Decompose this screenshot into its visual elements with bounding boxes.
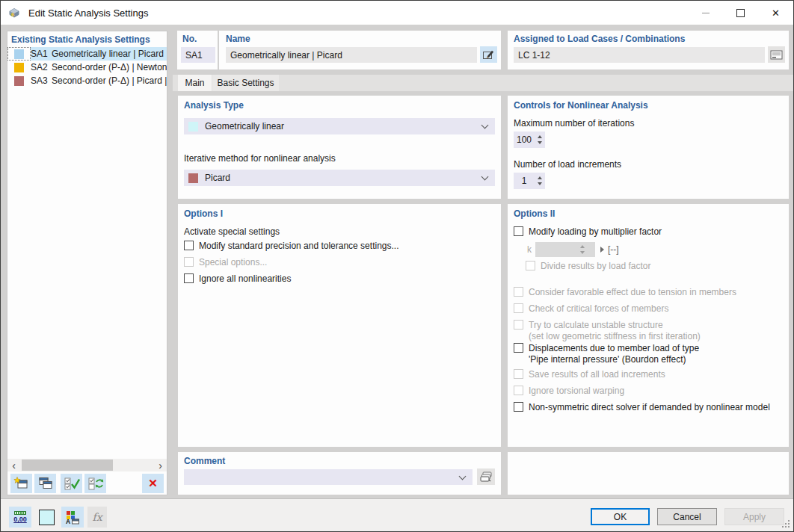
analysis-type-header: Analysis Type <box>184 100 244 111</box>
close-icon: ✕ <box>772 8 780 18</box>
spin-down-icon[interactable] <box>538 182 542 185</box>
close-button[interactable]: ✕ <box>758 1 793 25</box>
analysis-type-panel: Analysis Type Geometrically linear Itera… <box>178 96 501 199</box>
new-window-star-icon <box>13 477 29 490</box>
sa1-id: SA1 <box>31 49 52 59</box>
expand-arrow-icon[interactable] <box>600 247 604 253</box>
formula-button: fx <box>87 507 107 528</box>
select-load-cases-button[interactable] <box>768 46 785 63</box>
comment-manage-button[interactable] <box>477 468 495 485</box>
title-bar: 6 Edit Static Analysis Settings ✕ <box>1 1 793 25</box>
bourdon-effect-checkbox[interactable]: Displacements due to member load of type… <box>514 343 699 365</box>
spinner-arrows[interactable] <box>535 176 545 185</box>
checkbox-icon <box>514 369 523 379</box>
window-controls: ✕ <box>688 1 793 25</box>
checkbox-icon[interactable] <box>514 226 523 236</box>
tab-basic-label: Basic Settings <box>217 78 274 88</box>
options1-panel: Options I Activate special settings Modi… <box>178 204 501 447</box>
spinner-arrows <box>577 245 588 254</box>
checkbox-icon[interactable] <box>514 402 523 412</box>
sa2-row-body: SA2 Second-order (P-Δ) | Newton-R <box>31 61 167 74</box>
decimal-places-button[interactable]: 0,00 <box>9 507 31 528</box>
checkbox-icon[interactable] <box>184 241 194 250</box>
list-toolbar: ✕ <box>7 471 167 495</box>
checkbox-icon[interactable] <box>514 343 523 353</box>
comment-panel: Comment <box>178 452 501 495</box>
checkbox-icon[interactable] <box>184 273 194 283</box>
new-setting-button[interactable] <box>10 474 32 493</box>
tab-main[interactable]: Main <box>178 75 212 91</box>
assigned-input[interactable]: LC 1-12 <box>514 47 765 63</box>
ruler-icon <box>14 511 26 515</box>
check-all-icon <box>64 477 80 490</box>
ok-button[interactable]: OK <box>591 508 650 525</box>
delete-setting-button[interactable]: ✕ <box>142 474 164 493</box>
horizontal-scrollbar[interactable]: ‹ › <box>7 459 167 471</box>
checkbox-icon <box>514 287 523 297</box>
spin-up-icon[interactable] <box>538 135 542 138</box>
analysis-type-value: Geometrically linear <box>205 121 284 132</box>
max-iterations-spinner[interactable]: 100 <box>514 132 545 148</box>
activate-special-settings-label: Activate special settings <box>184 226 280 237</box>
name-label: Name <box>226 34 250 44</box>
ignore-nonlinearities-checkbox[interactable]: Ignore all nonlinearities <box>184 273 291 285</box>
chevron-down-icon <box>481 173 489 181</box>
spin-up-icon[interactable] <box>538 176 542 179</box>
scroll-right-icon[interactable]: › <box>154 459 167 471</box>
cancel-button[interactable]: Cancel <box>657 508 717 525</box>
multiplier-factor-checkbox[interactable]: Modify loading by multiplier factor <box>514 226 662 238</box>
spin-up-icon <box>580 245 585 248</box>
spin-down-icon[interactable] <box>538 141 542 144</box>
sa1-description: Geometrically linear | Picard <box>52 49 164 59</box>
ignore-warping-checkbox: Ignore torsional warping <box>514 386 624 397</box>
chevron-down-icon <box>459 473 467 480</box>
max-iterations-value: 100 <box>514 134 535 145</box>
k-unit-label: [--] <box>608 244 619 255</box>
load-increments-label: Number of load increments <box>514 159 621 170</box>
apply-label: Apply <box>743 512 766 522</box>
delete-icon: ✕ <box>148 477 158 489</box>
analysis-type-combobox[interactable]: Geometrically linear <box>184 118 495 134</box>
load-increments-spinner[interactable]: 1 <box>514 173 545 189</box>
nonsymmetric-solver-checkbox[interactable]: Non-symmetric direct solver if demanded … <box>514 402 770 413</box>
display-colors-button[interactable]: A <box>61 507 84 528</box>
scroll-left-icon[interactable]: ‹ <box>7 459 20 471</box>
load-cases-list-icon <box>770 50 783 60</box>
assigned-panel: Assigned to Load Cases / Combinations LC… <box>508 31 789 69</box>
minimize-button[interactable] <box>688 1 723 25</box>
spin-down-icon <box>580 251 585 254</box>
sa1-color-cell <box>7 47 31 61</box>
formula-fx-icon: fx <box>92 511 102 523</box>
copy-windows-icon <box>38 477 53 490</box>
item-color-button[interactable] <box>35 507 58 528</box>
scrollbar-thumb[interactable] <box>22 460 113 471</box>
edit-static-analysis-dialog: 6 Edit Static Analysis Settings ✕ Existi… <box>0 0 794 532</box>
svg-text:A: A <box>66 518 70 525</box>
comment-header: Comment <box>184 456 225 466</box>
maximize-button[interactable] <box>723 1 758 25</box>
cancel-label: Cancel <box>673 512 701 522</box>
modify-precision-checkbox[interactable]: Modify standard precision and tolerance … <box>184 241 398 252</box>
iterative-method-combobox[interactable]: Picard <box>184 170 495 186</box>
maximize-icon <box>736 9 745 17</box>
options2-header: Options II <box>514 208 555 219</box>
list-item-sa2[interactable]: SA2 Second-order (P-Δ) | Newton-R <box>7 61 167 74</box>
rename-button[interactable] <box>480 46 497 63</box>
chevron-down-icon <box>481 122 489 129</box>
copy-setting-button[interactable] <box>34 474 56 493</box>
list-item-sa3[interactable]: SA3 Second-order (P-Δ) | Picard | 10 <box>7 74 167 87</box>
checkbox-icon <box>526 261 535 270</box>
name-input[interactable]: Geometrically linear | Picard <box>226 47 477 63</box>
spinner-arrows[interactable] <box>535 135 545 144</box>
toggle-selection-button[interactable] <box>84 474 106 493</box>
list-item-sa1[interactable]: SA1 Geometrically linear | Picard <box>7 47 167 61</box>
no-input[interactable]: SA1 <box>181 47 215 63</box>
comment-combobox[interactable] <box>184 469 473 485</box>
sa2-id: SA2 <box>31 62 52 72</box>
tab-basic-settings[interactable]: Basic Settings <box>212 75 279 91</box>
select-all-button[interactable] <box>61 474 82 493</box>
sa3-color-swatch <box>14 76 24 86</box>
save-increments-checkbox: Save results of all load increments <box>514 369 665 380</box>
minimize-icon <box>702 13 710 13</box>
svg-text:6: 6 <box>11 11 15 18</box>
